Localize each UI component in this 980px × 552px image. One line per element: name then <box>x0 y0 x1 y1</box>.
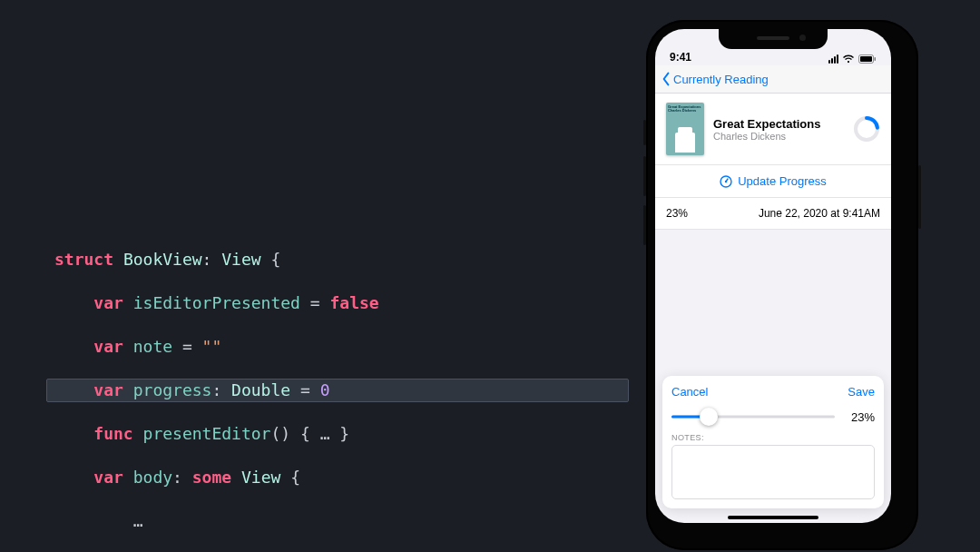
svg-rect-2 <box>875 57 877 61</box>
slider-percent-label: 23% <box>844 410 875 424</box>
book-cover: Great Expectations Charles Dickens <box>666 103 704 155</box>
editor-sheet: Cancel Save 23% NOTES: <box>662 376 884 508</box>
save-button[interactable]: Save <box>848 385 875 399</box>
home-indicator[interactable] <box>728 516 818 519</box>
book-title: Great Expectations <box>713 117 844 131</box>
notes-textarea[interactable] <box>671 445 875 499</box>
iphone-device-frame: 9:41 Currently Reading <box>646 20 918 550</box>
book-card: Great Expectations Charles Dickens Great… <box>655 94 891 198</box>
notes-label: NOTES: <box>671 433 875 442</box>
update-progress-button[interactable]: Update Progress <box>655 164 891 197</box>
svg-rect-1 <box>860 56 872 62</box>
cellular-signal-icon <box>828 54 838 64</box>
back-button[interactable]: Currently Reading <box>661 72 769 86</box>
phone-screen: 9:41 Currently Reading <box>655 29 891 523</box>
status-time: 9:41 <box>670 51 691 64</box>
history-row[interactable]: 23% June 22, 2020 at 9:41AM <box>655 198 891 230</box>
update-progress-label: Update Progress <box>738 174 827 188</box>
code-snippet: struct BookView: View { var isEditorPres… <box>47 249 628 552</box>
wifi-icon <box>842 54 855 64</box>
svg-point-6 <box>725 180 727 182</box>
gauge-icon <box>720 175 732 188</box>
battery-icon <box>858 54 877 64</box>
book-author: Charles Dickens <box>713 131 844 142</box>
navigation-bar: Currently Reading <box>655 65 891 94</box>
history-percent: 23% <box>666 207 688 220</box>
notch <box>719 29 828 49</box>
chevron-left-icon <box>661 72 671 86</box>
history-date: June 22, 2020 at 9:41AM <box>759 207 880 220</box>
progress-slider[interactable] <box>671 408 835 426</box>
back-label: Currently Reading <box>673 73 769 86</box>
progress-ring <box>853 115 880 143</box>
cancel-button[interactable]: Cancel <box>671 385 708 399</box>
